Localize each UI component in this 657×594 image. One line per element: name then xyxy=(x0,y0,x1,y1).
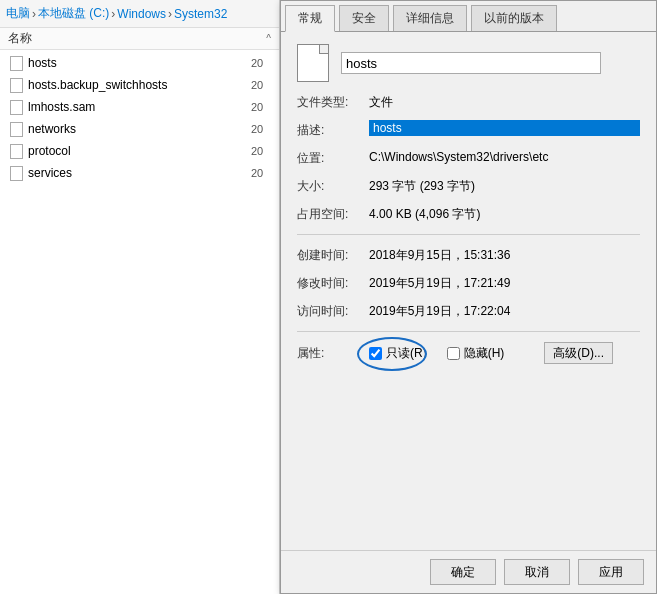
prop-disksize-value: 4.00 KB (4,096 字节) xyxy=(369,204,640,223)
prop-created-value: 2018年9月15日，15:31:36 xyxy=(369,245,640,264)
file-list: hosts 20 hosts.backup_switchhosts 20 lmh… xyxy=(0,50,279,594)
prop-size-label: 大小: xyxy=(297,176,369,195)
breadcrumb[interactable]: 电脑 › 本地磁盘 (C:) › Windows › System32 xyxy=(0,0,279,28)
prop-modified-label: 修改时间: xyxy=(297,273,369,292)
prop-desc-value: hosts xyxy=(369,120,640,136)
file-preview-row xyxy=(297,44,640,82)
prop-size-row: 大小: 293 字节 (293 字节) xyxy=(297,176,640,196)
prop-accessed-value: 2019年5月19日，17:22:04 xyxy=(369,301,640,320)
file-name: lmhosts.sam xyxy=(28,100,247,114)
readonly-checkbox[interactable] xyxy=(369,347,382,360)
file-icon xyxy=(8,55,24,71)
dialog-footer: 确定 取消 应用 xyxy=(281,550,656,593)
prop-desc-label: 描述: xyxy=(297,120,369,139)
list-item[interactable]: networks 20 xyxy=(0,118,279,140)
file-name: networks xyxy=(28,122,247,136)
file-explorer-panel: 电脑 › 本地磁盘 (C:) › Windows › System32 名称 ^… xyxy=(0,0,280,594)
file-icon xyxy=(8,121,24,137)
tab-details[interactable]: 详细信息 xyxy=(393,5,467,31)
properties-dialog: 常规 安全 详细信息 以前的版本 文件类型: 文件 描述: hosts 位置: … xyxy=(280,0,657,594)
prop-desc-row: 描述: hosts xyxy=(297,120,640,140)
apply-button[interactable]: 应用 xyxy=(578,559,644,585)
prop-accessed-row: 访问时间: 2019年5月19日，17:22:04 xyxy=(297,301,640,321)
prop-disksize-row: 占用空间: 4.00 KB (4,096 字节) xyxy=(297,204,640,224)
prop-modified-value: 2019年5月19日，17:21:49 xyxy=(369,273,640,292)
cancel-button[interactable]: 取消 xyxy=(504,559,570,585)
file-name: hosts xyxy=(28,56,247,70)
prop-location-label: 位置: xyxy=(297,148,369,167)
file-date: 20 xyxy=(251,145,271,157)
file-date: 20 xyxy=(251,167,271,179)
attributes-row: 属性: 只读(R) 隐藏(H) 高级(D)... xyxy=(297,342,640,364)
list-item[interactable]: hosts 20 xyxy=(0,52,279,74)
list-item[interactable]: hosts.backup_switchhosts 20 xyxy=(0,74,279,96)
breadcrumb-drive[interactable]: 本地磁盘 (C:) xyxy=(38,5,109,22)
advanced-button[interactable]: 高级(D)... xyxy=(544,342,613,364)
readonly-label: 只读(R) xyxy=(386,345,427,362)
dialog-body: 文件类型: 文件 描述: hosts 位置: C:\Windows\System… xyxy=(281,32,656,550)
prop-location-row: 位置: C:\Windows\System32\drivers\etc xyxy=(297,148,640,168)
breadcrumb-computer[interactable]: 电脑 xyxy=(6,5,30,22)
hidden-checkbox-item[interactable]: 隐藏(H) xyxy=(447,345,505,362)
prop-size-value: 293 字节 (293 字节) xyxy=(369,176,640,195)
hidden-label: 隐藏(H) xyxy=(464,345,505,362)
column-name-label[interactable]: 名称 xyxy=(8,30,264,47)
list-item[interactable]: services 20 xyxy=(0,162,279,184)
prop-filetype-value: 文件 xyxy=(369,92,640,111)
file-icon xyxy=(8,143,24,159)
prop-filetype-label: 文件类型: xyxy=(297,92,369,111)
attributes-label: 属性: xyxy=(297,345,369,362)
hidden-checkbox[interactable] xyxy=(447,347,460,360)
prop-accessed-label: 访问时间: xyxy=(297,301,369,320)
prop-created-row: 创建时间: 2018年9月15日，15:31:36 xyxy=(297,245,640,265)
file-name: hosts.backup_switchhosts xyxy=(28,78,247,92)
tab-security[interactable]: 安全 xyxy=(339,5,389,31)
prop-modified-row: 修改时间: 2019年5月19日，17:21:49 xyxy=(297,273,640,293)
tab-previous-versions[interactable]: 以前的版本 xyxy=(471,5,557,31)
file-date: 20 xyxy=(251,57,271,69)
file-icon xyxy=(8,165,24,181)
file-icon xyxy=(8,99,24,115)
readonly-checkbox-item[interactable]: 只读(R) xyxy=(369,345,427,362)
ok-button[interactable]: 确定 xyxy=(430,559,496,585)
breadcrumb-windows[interactable]: Windows xyxy=(117,7,166,21)
file-name: protocol xyxy=(28,144,247,158)
divider-1 xyxy=(297,234,640,235)
file-icon xyxy=(8,77,24,93)
file-date: 20 xyxy=(251,123,271,135)
file-name-input[interactable] xyxy=(341,52,601,74)
dialog-tabs: 常规 安全 详细信息 以前的版本 xyxy=(281,1,656,32)
sort-arrow-icon: ^ xyxy=(266,33,271,44)
tab-general[interactable]: 常规 xyxy=(285,5,335,32)
prop-location-value: C:\Windows\System32\drivers\etc xyxy=(369,148,640,164)
column-header: 名称 ^ xyxy=(0,28,279,50)
file-name: services xyxy=(28,166,247,180)
prop-disksize-label: 占用空间: xyxy=(297,204,369,223)
prop-created-label: 创建时间: xyxy=(297,245,369,264)
prop-filetype-row: 文件类型: 文件 xyxy=(297,92,640,112)
list-item[interactable]: lmhosts.sam 20 xyxy=(0,96,279,118)
checkbox-group: 只读(R) 隐藏(H) 高级(D)... xyxy=(369,342,613,364)
breadcrumb-system32[interactable]: System32 xyxy=(174,7,227,21)
file-large-icon xyxy=(297,44,329,82)
divider-2 xyxy=(297,331,640,332)
file-date: 20 xyxy=(251,79,271,91)
list-item[interactable]: protocol 20 xyxy=(0,140,279,162)
file-date: 20 xyxy=(251,101,271,113)
